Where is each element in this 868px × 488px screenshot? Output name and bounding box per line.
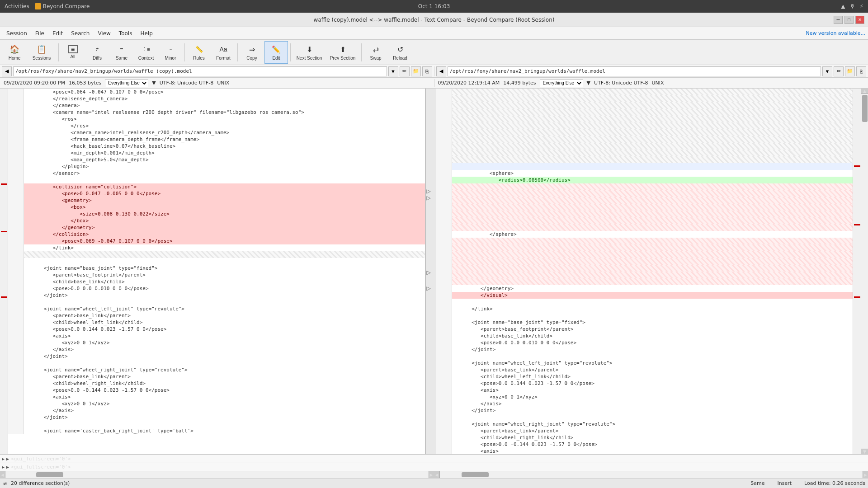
right-path-dropdown-button[interactable]: ▼ <box>822 66 832 76</box>
right-h-scroll-left[interactable]: ◀ <box>434 471 440 478</box>
right-copy-path-button[interactable]: ⎘ <box>856 66 866 76</box>
left-code-content[interactable]: <pose>0.064 -0.047 0.107 0 0 0</pose> </… <box>8 89 425 454</box>
right-path-input[interactable] <box>448 66 821 76</box>
bottom-row-1-icon2: ▶ <box>6 456 9 461</box>
home-button[interactable]: 🏠 Home <box>3 41 26 64</box>
table-row: </collision> <box>8 231 425 238</box>
line-number <box>436 414 452 421</box>
line-content: </joint> <box>452 407 853 414</box>
table-row <box>8 421 425 427</box>
menu-help[interactable]: Help <box>137 29 156 38</box>
menu-search[interactable]: Search <box>67 29 93 38</box>
left-h-scroll-right[interactable]: ▶ <box>429 471 434 478</box>
format-button[interactable]: Aa Format <box>212 41 235 64</box>
menu-tools[interactable]: Tools <box>115 29 136 38</box>
scroll-thumb[interactable] <box>862 95 868 122</box>
menu-edit[interactable]: Edit <box>49 29 66 38</box>
right-folder-button[interactable]: 📁 <box>845 66 855 76</box>
left-folder-button[interactable]: 📁 <box>411 66 421 76</box>
left-copy-arrow-2[interactable]: ▷ <box>427 195 431 201</box>
table-row: <joint name='caster_back_right_joint' ty… <box>8 427 425 434</box>
line-content: <geometry> <box>24 197 425 204</box>
activities-label[interactable]: Activities <box>5 3 29 9</box>
line-number <box>436 143 452 150</box>
same-button[interactable]: = Same <box>110 41 133 64</box>
left-copy-arrow-4[interactable]: ▷ <box>427 285 431 291</box>
right-code-content[interactable]: <sphere> <radius>0.00500</radius> </sphe… <box>436 89 853 454</box>
menu-session[interactable]: Session <box>3 29 31 38</box>
copy-button[interactable]: ⇒ Copy <box>240 41 264 64</box>
bottom-row-1-icon: ▶ <box>2 456 5 461</box>
right-h-scroll-thumb[interactable] <box>462 472 489 477</box>
left-path-input[interactable] <box>13 66 387 76</box>
table-row: <pose>0.0 0.0 0.010 0 0 0</pose> <box>8 285 425 292</box>
left-copy-arrow-3[interactable]: ▷ <box>427 269 431 276</box>
line-content: <pose>0 0.047 -0.005 0 0 0</pose> <box>24 190 425 197</box>
line-content: </ros> <box>24 122 425 129</box>
toolbar-separator-1 <box>58 43 59 61</box>
all-button[interactable]: ≡ All <box>61 41 85 64</box>
table-row: </visual> <box>436 292 853 299</box>
table-row: <pose>0.0 0.0 0.010 0 0 0</pose> <box>436 339 853 346</box>
prev-section-button[interactable]: ⬆ Prev Section <box>326 41 359 64</box>
line-content <box>452 272 853 278</box>
network-icon: ▲ <box>841 3 845 9</box>
table-row: <camera name="intel_realsense_r200_depth… <box>8 109 425 116</box>
home-icon: 🏠 <box>9 44 20 55</box>
left-edit-button[interactable]: ✏ <box>400 66 410 76</box>
rules-button[interactable]: 📏 Rules <box>187 41 211 64</box>
new-version-link[interactable]: New version available... <box>806 30 865 36</box>
sessions-button[interactable]: 📋 Sessions <box>27 41 56 64</box>
minor-button[interactable]: ~ Minor <box>159 41 182 64</box>
maximize-button[interactable]: □ <box>844 16 854 24</box>
line-content: <frame_name>camera_depth_frame</frame_na… <box>24 136 425 143</box>
minimize-button[interactable]: ─ <box>834 16 843 24</box>
table-row: </ros> <box>8 122 425 129</box>
left-change-gutter <box>0 89 8 454</box>
edit-button[interactable]: ✏️ Edit <box>264 41 288 64</box>
right-h-scroll[interactable]: ◀ ▶ <box>434 471 868 478</box>
left-filter-dropdown[interactable]: Everything Else <box>105 79 148 87</box>
line-content: <child>wheel_left_link</child> <box>24 319 425 326</box>
line-number <box>436 231 452 238</box>
right-scrollbar[interactable]: ▲ ▼ <box>861 89 868 454</box>
line-number <box>8 224 24 231</box>
close-button[interactable]: ✕ <box>855 16 864 24</box>
bottom-editor-text-1: <gui_fullscreen='0'> <box>11 456 71 462</box>
swap-button[interactable]: ⇄ Swap <box>364 41 387 64</box>
scroll-up-button[interactable]: ▲ <box>861 89 868 94</box>
line-content: </plugin> <box>24 163 425 170</box>
diffs-button[interactable]: ≠ Diffs <box>85 41 109 64</box>
table-row <box>436 224 853 231</box>
right-edit-button[interactable]: ✏ <box>834 66 844 76</box>
context-button[interactable]: ⋮≡ Context <box>134 41 158 64</box>
left-h-scroll[interactable]: ◀ ▶ <box>0 471 434 478</box>
reload-button[interactable]: ↺ Reload <box>388 41 412 64</box>
left-path-back-button[interactable]: ◀ <box>2 66 12 76</box>
table-row: </realsense_depth_camera> <box>8 95 425 102</box>
right-path-bar: ◀ ▼ ✏ 📁 ⎘ <box>434 66 868 76</box>
menu-file[interactable]: File <box>32 29 48 38</box>
left-h-scroll-left[interactable]: ◀ <box>0 471 5 478</box>
line-content <box>452 265 853 272</box>
table-row <box>436 312 853 319</box>
left-path-dropdown-button[interactable]: ▼ <box>388 66 398 76</box>
line-content: <joint name="wheel_right_joint" type="re… <box>24 366 425 373</box>
line-number <box>436 278 452 285</box>
right-path-back-button[interactable]: ◀ <box>436 66 446 76</box>
line-content <box>452 238 853 244</box>
app-indicator[interactable]: Beyond Compare <box>35 3 90 9</box>
left-h-scroll-thumb[interactable] <box>36 472 63 477</box>
left-copy-path-button[interactable]: ⎘ <box>422 66 432 76</box>
line-content: <parent>base_footprint</parent> <box>24 272 425 278</box>
left-copy-arrow-1[interactable]: ▷ <box>427 188 431 194</box>
menu-view[interactable]: View <box>94 29 114 38</box>
minor-icon: ~ <box>165 44 176 55</box>
line-number <box>8 319 24 326</box>
line-content: <joint name="wheel_left_joint" type="rev… <box>452 360 853 366</box>
line-number <box>8 305 24 312</box>
next-section-button[interactable]: ⬇ Next Section <box>293 41 326 64</box>
right-filter-dropdown[interactable]: Everything Else <box>540 79 583 87</box>
right-h-scroll-right[interactable]: ▶ <box>863 471 868 478</box>
scroll-down-button[interactable]: ▼ <box>861 449 868 454</box>
